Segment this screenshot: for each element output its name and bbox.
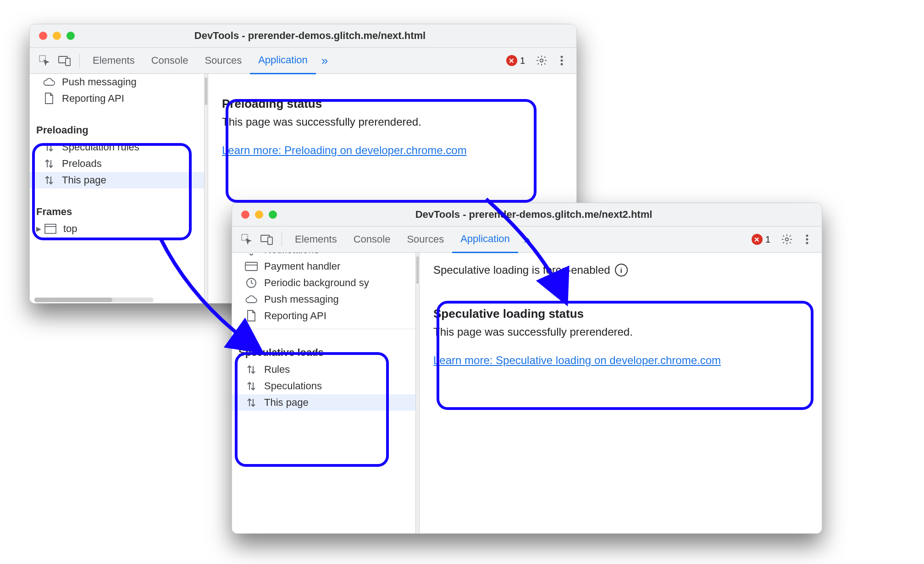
- application-sidebar: Push messaging Reporting API Preloading …: [30, 74, 204, 304]
- arrows-updown-icon: [43, 157, 55, 170]
- cloud-icon: [245, 293, 258, 306]
- svg-rect-16: [245, 262, 257, 271]
- sidebar-item-this-page[interactable]: This page: [232, 394, 415, 411]
- sidebar-item-label: Rules: [264, 364, 290, 376]
- tab-sources[interactable]: Sources: [196, 48, 250, 73]
- sidebar-item-label: Reporting API: [62, 93, 124, 105]
- more-tabs-button[interactable]: »: [518, 232, 536, 247]
- sidebar-item-this-page[interactable]: This page: [30, 172, 204, 188]
- svg-point-6: [561, 63, 563, 66]
- pane-resizer[interactable]: [415, 253, 420, 534]
- canvas: DevTools - prerender-demos.glitch.me/nex…: [0, 0, 924, 564]
- window-minimize-button[interactable]: [53, 32, 61, 40]
- kebab-menu-icon[interactable]: [553, 52, 570, 69]
- inspect-element-icon[interactable]: [238, 231, 255, 248]
- learn-more-link[interactable]: Learn more: Preloading on developer.chro…: [222, 144, 467, 156]
- speculative-loading-status-text: This page was successfully prerendered.: [433, 326, 808, 338]
- error-count-value: 1: [765, 234, 770, 245]
- tab-application[interactable]: Application: [452, 226, 518, 253]
- sidebar-item-top-frame[interactable]: ▶ top: [30, 221, 204, 237]
- preloading-status-text: This page was successfully prerendered.: [222, 116, 563, 128]
- application-sidebar: Notifications Payment handler Periodic b…: [232, 253, 415, 534]
- sidebar-item-label: Push messaging: [264, 293, 339, 305]
- sidebar-item-label: Payment handler: [264, 260, 340, 272]
- document-icon: [245, 310, 258, 322]
- window-close-button[interactable]: [39, 32, 47, 40]
- pane-resizer[interactable]: [204, 74, 208, 304]
- info-icon[interactable]: i: [615, 264, 628, 276]
- svg-point-14: [806, 238, 808, 241]
- error-icon: ✕: [506, 55, 517, 66]
- sidebar-section-preloading[interactable]: Preloading: [30, 121, 204, 139]
- window-zoom-button[interactable]: [269, 210, 277, 219]
- settings-gear-icon[interactable]: [533, 52, 550, 69]
- sidebar-item-push-messaging[interactable]: Push messaging: [232, 291, 415, 308]
- devtools-toolbar: Elements Console Sources Application » ✕…: [232, 227, 822, 253]
- sidebar-item-reporting-api[interactable]: Reporting API: [30, 90, 204, 107]
- speculative-loading-status-heading: Speculative loading status: [433, 307, 808, 321]
- devtools-body: Notifications Payment handler Periodic b…: [232, 253, 822, 534]
- sidebar-item-speculations[interactable]: Speculations: [232, 378, 415, 394]
- sidebar-item-label: Reporting API: [264, 310, 326, 322]
- sidebar-item-notifications[interactable]: Notifications: [232, 253, 415, 258]
- inspect-element-icon[interactable]: [36, 52, 53, 69]
- svg-point-4: [561, 56, 563, 58]
- window-title: DevTools - prerender-demos.glitch.me/nex…: [80, 30, 567, 42]
- error-count[interactable]: ✕ 1: [506, 55, 525, 66]
- sidebar-item-preloads[interactable]: Preloads: [30, 155, 204, 172]
- learn-more-link[interactable]: Learn more: Speculative loading on devel…: [433, 354, 721, 366]
- separator: [79, 54, 80, 67]
- device-toolbar-icon[interactable]: [259, 231, 275, 248]
- bell-icon: [245, 253, 258, 256]
- separator: [282, 232, 282, 246]
- sidebar-section-frames[interactable]: Frames: [30, 202, 204, 221]
- svg-rect-11: [268, 237, 272, 244]
- sidebar-item-rules[interactable]: Rules: [232, 361, 415, 378]
- sidebar-item-label: This page: [62, 174, 106, 186]
- sidebar-item-speculation-rules[interactable]: Speculation rules: [30, 139, 204, 155]
- window-close-button[interactable]: [241, 210, 249, 219]
- error-count[interactable]: ✕ 1: [752, 234, 770, 245]
- preloading-status-heading: Preloading status: [222, 97, 563, 111]
- horizontal-scrollbar[interactable]: [34, 298, 154, 302]
- window-title: DevTools - prerender-demos.glitch.me/nex…: [282, 209, 813, 221]
- arrows-updown-icon: [43, 174, 55, 187]
- sidebar-item-push-messaging[interactable]: Push messaging: [30, 74, 204, 90]
- arrows-updown-icon: [245, 396, 258, 409]
- titlebar: DevTools - prerender-demos.glitch.me/nex…: [30, 24, 576, 48]
- sidebar-section-speculative-loads[interactable]: Speculative loads: [232, 343, 415, 361]
- sidebar-item-label: This page: [264, 397, 309, 409]
- window-zoom-button[interactable]: [66, 32, 75, 40]
- devtools-window-2: DevTools - prerender-demos.glitch.me/nex…: [232, 203, 822, 534]
- status-text: Speculative loading is force-enabled: [433, 264, 610, 276]
- tab-application[interactable]: Application: [250, 47, 316, 74]
- force-enabled-status: Speculative loading is force-enabled i: [433, 264, 808, 276]
- sidebar-item-periodic-bg-sync[interactable]: Periodic background sy: [232, 275, 415, 291]
- titlebar: DevTools - prerender-demos.glitch.me/nex…: [232, 203, 822, 227]
- svg-point-15: [806, 242, 808, 244]
- sidebar-item-label: Speculations: [264, 380, 322, 392]
- settings-gear-icon[interactable]: [779, 231, 795, 248]
- sidebar-item-label: Speculation rules: [62, 141, 139, 153]
- sidebar-item-reporting-api[interactable]: Reporting API: [232, 308, 415, 324]
- tab-console[interactable]: Console: [143, 48, 197, 73]
- more-tabs-button[interactable]: »: [316, 54, 333, 68]
- window-minimize-button[interactable]: [255, 210, 263, 219]
- device-toolbar-icon[interactable]: [56, 52, 73, 69]
- cloud-icon: [43, 76, 55, 88]
- clock-icon: [245, 276, 258, 289]
- svg-point-5: [561, 60, 563, 62]
- tab-elements[interactable]: Elements: [287, 227, 345, 252]
- svg-point-3: [540, 59, 543, 62]
- document-icon: [43, 92, 55, 105]
- disclosure-triangle-icon: ▶: [36, 225, 41, 232]
- tab-console[interactable]: Console: [345, 227, 399, 252]
- kebab-menu-icon[interactable]: [799, 231, 815, 248]
- error-icon: ✕: [752, 234, 763, 245]
- tab-sources[interactable]: Sources: [398, 227, 452, 252]
- sidebar-item-label: Preloads: [62, 158, 102, 170]
- sidebar-item-payment-handler[interactable]: Payment handler: [232, 258, 415, 275]
- svg-rect-7: [45, 224, 56, 233]
- sidebar-item-label: Periodic background sy: [264, 277, 369, 289]
- tab-elements[interactable]: Elements: [84, 48, 143, 73]
